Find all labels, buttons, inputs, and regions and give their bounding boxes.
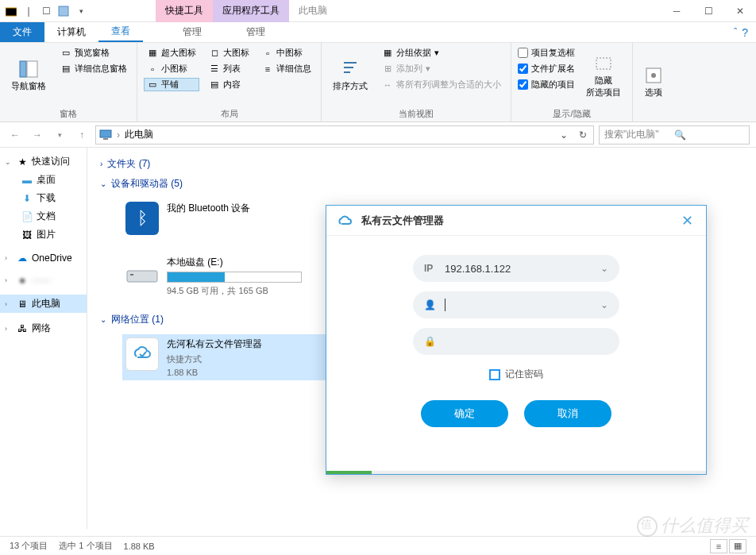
sidebar-this-pc[interactable]: ›🖥此电脑: [0, 295, 87, 313]
section-devices[interactable]: ⌄设备和驱动器 (5): [100, 174, 743, 194]
sidebar-desktop[interactable]: ▬桌面: [0, 171, 87, 189]
layout-list-button[interactable]: ☰列表: [206, 62, 253, 75]
quick-access-toolbar: | ☐ ▾: [0, 5, 92, 17]
username-input[interactable]: [445, 299, 592, 311]
options-button[interactable]: 选项: [639, 46, 668, 118]
tab-manage-1[interactable]: 管理: [170, 22, 214, 42]
layout-tile-button[interactable]: ▭平铺: [144, 78, 199, 91]
minimize-button[interactable]: ─: [661, 0, 692, 22]
label: 排序方式: [333, 80, 368, 92]
label: 小图标: [161, 63, 187, 75]
preview-pane-icon: ▭: [60, 48, 71, 59]
username-field[interactable]: 👤 ⌄: [413, 291, 619, 318]
search-field[interactable]: 搜索"此电脑" 🔍: [599, 125, 750, 145]
pc-icon: 🖥: [16, 299, 29, 310]
svg-rect-10: [130, 274, 133, 276]
address-dropdown-icon[interactable]: ⌄: [557, 129, 571, 141]
fit-columns-button: ↔将所有列调整为合适的大小: [379, 78, 504, 91]
preview-pane-button[interactable]: ▭预览窗格: [57, 46, 130, 60]
close-button[interactable]: ✕: [724, 0, 756, 22]
layout-l-button[interactable]: ◻大图标: [206, 46, 253, 60]
section-folders[interactable]: ›文件夹 (7): [100, 154, 743, 174]
cancel-button[interactable]: 取消: [524, 400, 611, 427]
chevron-down-icon[interactable]: ⌄: [600, 299, 608, 310]
svg-rect-1: [59, 6, 68, 16]
ribbon-collapse-button[interactable]: ˆ ?: [726, 22, 756, 42]
dialog-progress-bar: [326, 471, 706, 474]
view-details-button[interactable]: ≡: [710, 539, 727, 553]
maximize-button[interactable]: ☐: [692, 0, 724, 22]
label: 本地磁盘 (E:): [167, 256, 302, 269]
sort-icon: [341, 60, 360, 79]
tab-view[interactable]: 查看: [98, 22, 143, 42]
hide-selected-button[interactable]: 隐藏 所选项目: [581, 46, 626, 106]
lock-icon: 🔒: [424, 336, 437, 347]
nav-back-button[interactable]: ←: [6, 126, 24, 144]
chevron-down-icon[interactable]: ⌄: [600, 263, 608, 274]
sidebar-onedrive[interactable]: ›☁OneDrive: [0, 250, 87, 266]
desktop-icon: ▬: [21, 175, 33, 186]
group-by-button[interactable]: ▦分组依据 ▾: [379, 46, 504, 60]
nav-recent-button[interactable]: ▾: [51, 126, 68, 144]
layout-xl-button[interactable]: ▦超大图标: [144, 46, 199, 60]
ctx-tab-app-tools[interactable]: 应用程序工具: [213, 0, 289, 22]
qat-item-icon[interactable]: [57, 5, 70, 17]
sidebar-pictures[interactable]: 🖼图片: [0, 225, 87, 244]
nav-up-button[interactable]: ↑: [73, 126, 91, 144]
properties-icon[interactable]: ☐: [40, 5, 52, 17]
label: 列表: [223, 63, 241, 75]
ribbon: 导航窗格 ▭预览窗格 ▤详细信息窗格 窗格 ▦超大图标 ▫小图标 ▭平铺 ◻大图…: [0, 43, 756, 122]
tab-computer[interactable]: 计算机: [44, 22, 98, 42]
sidebar-downloads[interactable]: ⬇下载: [0, 189, 87, 207]
label: 先河私有云文件管理器: [167, 337, 262, 351]
ok-button[interactable]: 确定: [421, 400, 508, 427]
sidebar-quick-access[interactable]: ⌄★快速访问: [0, 152, 87, 171]
nav-pane-button[interactable]: 导航窗格: [6, 46, 51, 106]
address-field[interactable]: › 此电脑 ⌄ ↻: [95, 125, 594, 145]
nav-pane-icon: [19, 60, 38, 79]
password-field[interactable]: 🔒: [413, 328, 619, 355]
sidebar-unknown[interactable]: ›●——: [0, 272, 87, 288]
svg-rect-9: [127, 271, 157, 282]
layout-m-button[interactable]: ▫中图标: [259, 46, 314, 60]
label: 下载: [37, 191, 56, 205]
svg-rect-7: [100, 130, 111, 137]
content-icon: ▤: [209, 79, 220, 91]
sidebar-network[interactable]: ›🖧网络: [0, 319, 87, 337]
explorer-icon: [5, 5, 17, 17]
item-checkboxes-toggle[interactable]: 项目复选框: [518, 46, 575, 60]
hdd-icon: [125, 256, 159, 289]
fitcol-icon: ↔: [382, 79, 393, 91]
nav-forward-button[interactable]: →: [29, 126, 46, 144]
tab-file[interactable]: 文件: [0, 22, 44, 42]
s-icon: ▫: [147, 64, 158, 75]
label: 添加列: [396, 63, 422, 75]
drive-bluetooth[interactable]: ᛒ 我的 Bluetooth 设备: [122, 198, 329, 238]
label: 预览窗格: [75, 47, 110, 59]
refresh-icon[interactable]: ↻: [576, 129, 590, 141]
label: 桌面: [37, 173, 56, 187]
remember-password-toggle[interactable]: 记住密码: [489, 368, 543, 381]
hidden-items-toggle[interactable]: 隐藏的项目: [518, 78, 575, 91]
tab-manage-2[interactable]: 管理: [233, 22, 278, 42]
ctx-tab-shortcut-tools[interactable]: 快捷工具: [156, 0, 213, 22]
dialog-close-button[interactable]: ✕: [677, 211, 696, 230]
view-icons-button[interactable]: ▦: [729, 539, 746, 553]
label: 快速访问: [32, 155, 70, 168]
navigation-sidebar: ⌄★快速访问 ▬桌面 ⬇下载 📄文档 🖼图片 ›☁OneDrive ›●—— ›…: [0, 148, 87, 529]
menu-bar: 文件 计算机 查看 管理 管理 ˆ ?: [0, 22, 756, 43]
svg-rect-0: [6, 8, 17, 16]
checkbox-icon: [489, 369, 500, 380]
layout-content-button[interactable]: ▤内容: [206, 78, 253, 91]
sort-by-button[interactable]: 排序方式: [328, 46, 372, 106]
ip-field[interactable]: IP 192.168.1.122 ⌄: [413, 255, 619, 282]
drive-e[interactable]: 本地磁盘 (E:) 94.5 GB 可用，共 165 GB: [122, 252, 329, 300]
layout-s-button[interactable]: ▫小图标: [144, 62, 199, 75]
network-item-cloud[interactable]: 先河私有云文件管理器 快捷方式 1.88 KB: [122, 334, 329, 380]
details-pane-button[interactable]: ▤详细信息窗格: [57, 62, 130, 75]
qat-dropdown-icon[interactable]: ▾: [75, 5, 87, 17]
file-ext-toggle[interactable]: 文件扩展名: [518, 62, 575, 75]
layout-det-button[interactable]: ≡详细信息: [259, 62, 314, 75]
sidebar-documents[interactable]: 📄文档: [0, 207, 87, 225]
svg-point-6: [651, 73, 656, 78]
